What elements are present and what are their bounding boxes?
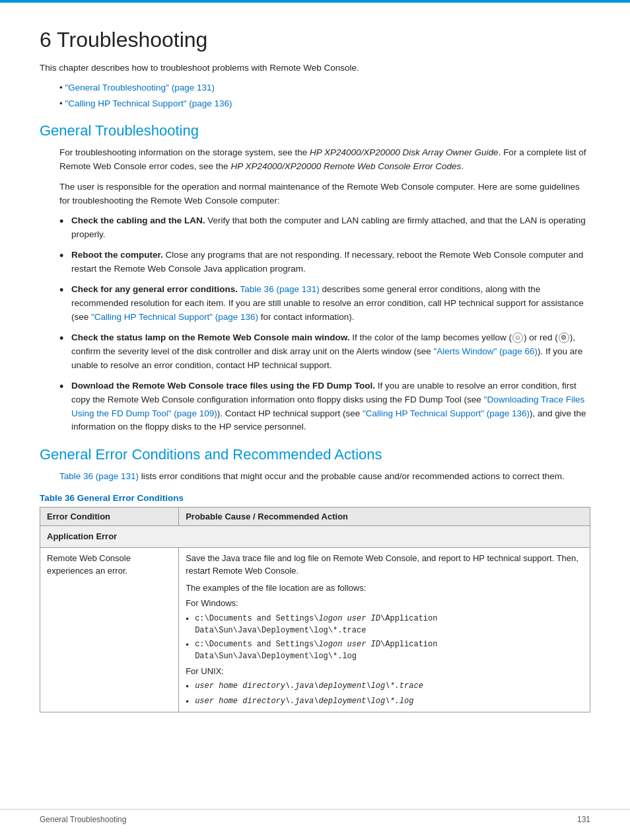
table-header-condition: Error Condition	[40, 508, 179, 526]
error-condition-cell: Remote Web Console experiences an error.	[40, 547, 179, 712]
bullet-content-5: Download the Remote Web Console trace fi…	[71, 379, 590, 435]
link-alerts-window[interactable]: "Alerts Window" (page 66)	[434, 346, 538, 356]
bullet-dot-5: •	[59, 379, 71, 395]
link-calling-hp-3[interactable]: "Calling HP Technical Support" (page 136…	[91, 312, 258, 322]
action-text-for-windows: For Windows:	[186, 597, 583, 610]
chapter-title: 6 Troubleshooting	[40, 28, 590, 52]
unix-path-2-text: user home directory\.java\deployment\log…	[195, 695, 413, 707]
windows-path-2: • c:\Documents and Settings\logon user I…	[186, 638, 583, 662]
bullet-content-1: Check the cabling and the LAN. Verify th…	[71, 214, 590, 242]
chapter-intro: This chapter describes how to troublesho…	[40, 61, 590, 75]
link-table36-2[interactable]: Table 36 (page 131)	[59, 471, 139, 481]
footer-left: General Troubleshooting	[40, 815, 126, 824]
bullet-dot-1: •	[59, 214, 71, 229]
windows-path-1-text: c:\Documents and Settings\logon user ID\…	[195, 613, 583, 636]
link-calling-hp-5[interactable]: "Calling HP Technical Support" (page 136…	[363, 408, 530, 418]
chapter-number: 6	[40, 28, 52, 52]
footer-right: 131	[577, 815, 590, 824]
toc-item-1: "General Troubleshooting" (page 131)	[59, 81, 590, 95]
unix-path-2: • user home directory\.java\deployment\l…	[186, 695, 583, 708]
windows-path-2-text: c:\Documents and Settings\logon user ID\…	[195, 638, 583, 662]
toc-list: "General Troubleshooting" (page 131) "Ca…	[59, 81, 590, 110]
section-general-title: General Troubleshooting	[40, 122, 590, 139]
bullet-5: • Download the Remote Web Console trace …	[59, 379, 590, 435]
table-header-action: Probable Cause / Recommended Action	[179, 508, 590, 526]
windows-path-1: • c:\Documents and Settings\logon user I…	[186, 613, 583, 636]
unix-path-1-text: user home directory\.java\deployment\log…	[195, 680, 423, 692]
chapter-title-text: Troubleshooting	[57, 28, 207, 52]
app-error-header: Application Error	[40, 526, 590, 548]
bullet-4: • Check the status lamp on the Remote We…	[59, 331, 590, 373]
section-error-title: General Error Conditions and Recommended…	[40, 446, 590, 463]
general-bullets: • Check the cabling and the LAN. Verify …	[59, 214, 590, 434]
bullet-content-3: Check for any general error conditions. …	[71, 283, 590, 325]
red-lamp-icon: ⚙	[559, 332, 569, 343]
action-text-1: Save the Java trace file and log file on…	[186, 552, 583, 578]
table-row-1: Remote Web Console experiences an error.…	[40, 547, 590, 712]
bullet-1: • Check the cabling and the LAN. Verify …	[59, 214, 590, 242]
bullet-dot-2: •	[59, 248, 71, 264]
error-table: Error Condition Probable Cause / Recomme…	[40, 507, 590, 712]
bullet-2: • Reboot the computer. Close any program…	[59, 248, 590, 276]
general-para2: The user is responsible for the operatio…	[59, 180, 590, 208]
section-general-body: For troubleshooting information on the s…	[59, 146, 590, 435]
bullet-dot-3: •	[59, 283, 71, 298]
link-table36[interactable]: Table 36 (page 131)	[240, 284, 320, 294]
recommended-action-cell: Save the Java trace file and log file on…	[179, 547, 590, 712]
toc-link-1[interactable]: "General Troubleshooting" (page 131)	[65, 83, 214, 93]
action-text-2: The examples of the file location are as…	[186, 582, 583, 595]
yellow-lamp-icon: ☺	[512, 332, 523, 343]
bullet-3: • Check for any general error conditions…	[59, 283, 590, 325]
bullet-content-4: Check the status lamp on the Remote Web …	[71, 331, 590, 373]
error-conditions-intro: Table 36 (page 131) lists error conditio…	[59, 470, 590, 484]
bullet-content-2: Reboot the computer. Close any programs …	[71, 248, 590, 276]
action-text-for-unix: For UNIX:	[186, 665, 583, 678]
toc-item-2: "Calling HP Technical Support" (page 136…	[59, 97, 590, 110]
toc-link-2[interactable]: "Calling HP Technical Support" (page 136…	[65, 98, 232, 108]
footer: General Troubleshooting 131	[0, 809, 630, 824]
table-row-header-app-error: Application Error	[40, 526, 590, 548]
bullet-dot-4: •	[59, 331, 71, 346]
table-36-title: Table 36 General Error Conditions	[40, 493, 590, 503]
page-content: 6 Troubleshooting This chapter describes…	[0, 3, 630, 752]
unix-path-1: • user home directory\.java\deployment\l…	[186, 680, 583, 693]
general-para1: For troubleshooting information on the s…	[59, 146, 590, 174]
